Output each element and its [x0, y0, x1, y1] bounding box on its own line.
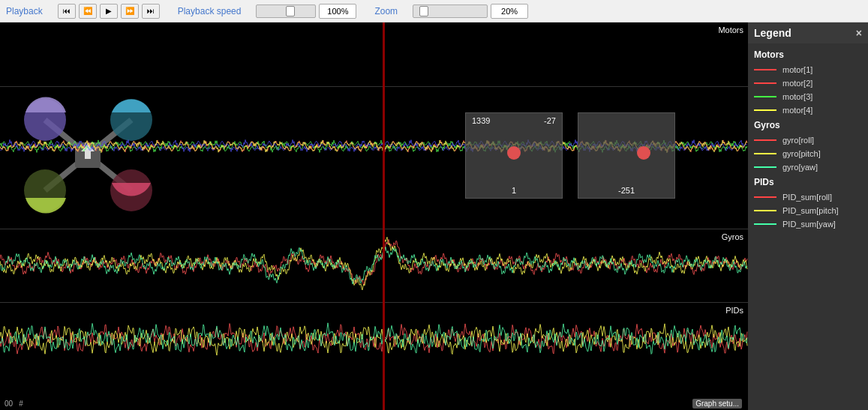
pid-roll-label: PID_sum[roll] — [782, 193, 832, 202]
bottom-bar: 00 # Graph setu... — [0, 397, 748, 410]
legend-scroll[interactable]: Motors motor[1] motor[2] motor[3] motor[… — [748, 43, 868, 410]
motor-box-1: 1339 -27 1 — [465, 112, 563, 199]
legend-close-button[interactable]: × — [856, 27, 862, 39]
gyros-waveform — [0, 231, 748, 297]
gyro-pitch-label: gyro[pitch] — [782, 149, 821, 158]
motor-box-2: -251 — [578, 112, 675, 199]
legend-item-pid-roll[interactable]: PID_sum[roll] — [748, 190, 868, 204]
zoom-label: Zoom — [374, 6, 398, 16]
motor-box1-top-val: 1339 — [472, 116, 490, 125]
motor-dot-2 — [637, 146, 650, 160]
pid-yaw-label: PID_sum[yaw] — [782, 220, 836, 229]
legend-item-pid-yaw[interactable]: PID_sum[yaw] — [748, 217, 868, 231]
legend-group-motors: Motors — [748, 46, 868, 63]
gyro-roll-label: gyro[roll] — [782, 136, 814, 145]
playback-controls: ⏮ ⏪ ▶ ⏩ ⏭ — [58, 4, 160, 19]
motor4-label: motor[4] — [782, 106, 812, 115]
playback-label: Playback — [6, 6, 43, 16]
gyro-roll-color — [754, 139, 776, 141]
motors-divider — [0, 86, 748, 87]
pid-roll-color — [754, 196, 776, 198]
playhead-line — [383, 22, 385, 410]
gyros-divider — [0, 229, 748, 229]
legend-item-gyro-pitch[interactable]: gyro[pitch] — [748, 147, 868, 160]
skip-to-start-button[interactable]: ⏮ — [58, 4, 76, 19]
motor3-label: motor[3] — [782, 92, 812, 101]
legend-item-pid-pitch[interactable]: PID_sum[pitch] — [748, 204, 868, 217]
speed-control: 100% — [256, 4, 356, 19]
motor-dot-1 — [507, 146, 521, 160]
legend-group-pids: PIDs — [748, 174, 868, 190]
legend-item-gyro-yaw[interactable]: gyro[yaw] — [748, 160, 868, 174]
motor1-color — [754, 69, 776, 70]
graph-area[interactable]: Motors Gyros PIDs — [0, 22, 748, 410]
zoom-value: 20% — [491, 4, 528, 19]
step-back-button[interactable]: ⏪ — [79, 4, 97, 19]
pids-waveform — [0, 304, 748, 375]
motors-label: Motors — [718, 25, 743, 34]
gyro-pitch-color — [754, 153, 776, 154]
speed-slider[interactable] — [256, 4, 316, 18]
motor2-color — [754, 82, 776, 84]
legend-group-gyros: Gyros — [748, 117, 868, 133]
pid-yaw-color — [754, 223, 776, 225]
main-area: Motors Gyros PIDs — [0, 22, 868, 410]
motor-box2-bottom-val: -251 — [618, 186, 635, 195]
speed-value: 100% — [319, 4, 356, 19]
gyro-yaw-label: gyro[yaw] — [782, 163, 818, 172]
speed-label: Playback speed — [178, 6, 242, 16]
motor-box1-bottom-val: 1 — [512, 186, 516, 195]
skip-to-end-button[interactable]: ⏭ — [142, 4, 160, 19]
step-forward-button[interactable]: ⏩ — [121, 4, 139, 19]
motor4-color — [754, 109, 776, 111]
motor1-label: motor[1] — [782, 65, 812, 74]
pid-pitch-color — [754, 210, 776, 211]
pid-pitch-label: PID_sum[pitch] — [782, 206, 839, 215]
legend-item-motor4[interactable]: motor[4] — [748, 103, 868, 117]
gyro-yaw-color — [754, 166, 776, 168]
zoom-slider[interactable] — [413, 4, 488, 18]
play-button[interactable]: ▶ — [100, 4, 118, 19]
pids-divider — [0, 302, 748, 303]
graph-setup-button[interactable]: Graph setu... — [692, 399, 742, 409]
legend-item-motor2[interactable]: motor[2] — [748, 76, 868, 90]
legend-header: Legend × — [748, 22, 868, 43]
legend-title: Legend — [754, 27, 791, 39]
motor-boxes: 1339 -27 1 -251 — [465, 112, 675, 199]
toolbar: Playback ⏮ ⏪ ▶ ⏩ ⏭ Playback speed 100% Z… — [0, 0, 868, 22]
legend-item-motor3[interactable]: motor[3] — [748, 90, 868, 103]
zoom-control: 20% — [413, 4, 528, 19]
legend-item-gyro-roll[interactable]: gyro[roll] — [748, 133, 868, 147]
motor2-label: motor[2] — [782, 79, 812, 88]
motor-box1-right-val: -27 — [544, 116, 556, 125]
legend-item-motor1[interactable]: motor[1] — [748, 63, 868, 76]
motor3-color — [754, 96, 776, 97]
status-code2: # — [19, 400, 23, 408]
status-code1: 00 — [5, 400, 13, 408]
legend-panel: Legend × Motors motor[1] motor[2] motor[… — [748, 22, 868, 410]
